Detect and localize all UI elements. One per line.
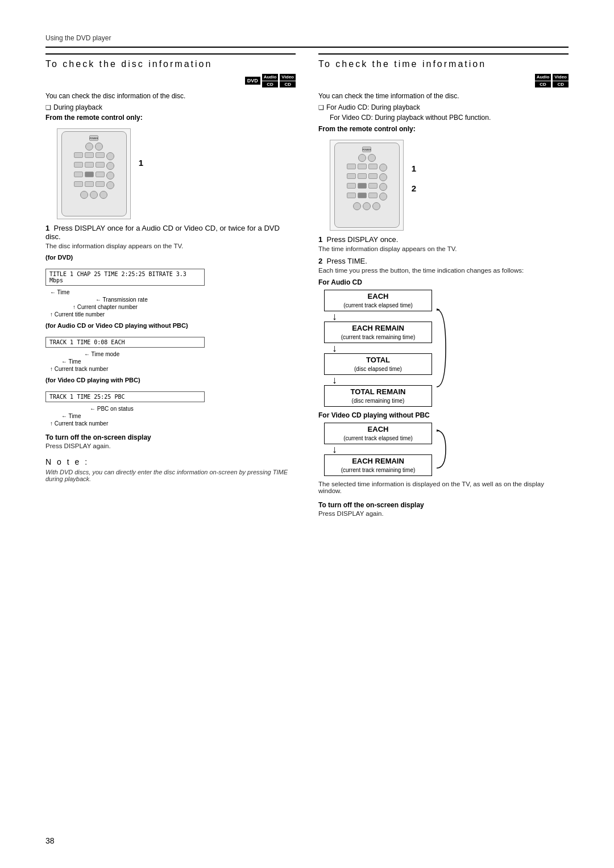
video-cd-for-label: For Video CD playing without PBC xyxy=(318,411,569,419)
flow-video-each-label: EACH xyxy=(368,425,389,433)
remote-btn-17 xyxy=(85,181,94,187)
time-remote-btn-21 xyxy=(363,202,371,210)
time-remote-btn-13 xyxy=(358,183,367,189)
audio-video-label: (for Audio CD or Video CD playing withou… xyxy=(45,322,296,329)
disc-from-remote-label: From the remote control only: xyxy=(45,114,296,122)
time-section-heading: To check the time information xyxy=(318,53,569,69)
dvd-label-group: ← Time ← Transmission rate ↑ Current cha… xyxy=(50,289,296,318)
video-cd-badge-2: CD xyxy=(280,81,296,88)
time-remote-btn-16 xyxy=(347,193,356,198)
time-remote-btn-11 xyxy=(379,173,387,181)
remote-btn-19 xyxy=(106,181,114,189)
flow-each-label: EACH xyxy=(368,292,389,301)
remote-btn-8 xyxy=(74,162,83,168)
time-remote-btn-19 xyxy=(379,193,387,201)
pbc-label-status: ← PBC on status xyxy=(90,406,296,412)
flow-down-1: ↓ xyxy=(332,311,337,322)
time-remote-btn-20 xyxy=(353,202,361,210)
flow-total-remain: TOTAL REMAIN (disc remaining time) xyxy=(324,385,432,407)
flow-total-label: TOTAL xyxy=(366,356,390,364)
curly-arrow-audio xyxy=(435,290,448,407)
flow-each-remain: EACH REMAIN (current track remaining tim… xyxy=(324,322,432,343)
time-remote-btn-12 xyxy=(347,183,356,189)
audio-flow-container: EACH (current track elapsed time) ↓ EACH… xyxy=(324,290,448,407)
remote-btn-5 xyxy=(85,152,94,158)
time-remote-btn-1: POWER xyxy=(362,147,371,152)
dvd-label-chap: ↑ Current chapter number xyxy=(73,304,296,310)
time-turn-off-label: To turn off the on-screen display xyxy=(318,501,569,509)
dvd-label-title: ↑ Current title number xyxy=(50,311,296,318)
curly-arrow-video xyxy=(435,423,448,476)
time-step-arrow-1: 1 xyxy=(412,164,416,173)
time-step1-title: 1 Press DISPLAY once. xyxy=(318,235,569,244)
time-step1-block: 1 Press DISPLAY once. The time informati… xyxy=(318,235,569,252)
time-remote-wrap: POWER xyxy=(318,135,404,235)
disc-step1-title: 1 Press DISPLAY once for a Audio CD or V… xyxy=(45,224,296,241)
time-remote-btn-9 xyxy=(358,173,367,179)
pbc-label-time: ← Time xyxy=(61,413,296,419)
audio-cd-for-label: For Audio CD xyxy=(318,278,569,286)
remote-btn-13 xyxy=(85,172,94,177)
dvd-display-box: TITLE 1 CHAP 25 TIME 2:25:25 BITRATE 3.3… xyxy=(45,269,205,286)
time-remote-btn-8 xyxy=(347,173,356,179)
page-number: 38 xyxy=(45,836,55,845)
flow-total-sub: (disc elapsed time) xyxy=(354,366,402,372)
remote-btn-1: POWER xyxy=(89,135,98,141)
flow-video-each-remain: EACH REMAIN (current track remaining tim… xyxy=(324,454,432,476)
video-flow-block: EACH (current track elapsed time) ↓ EACH… xyxy=(324,423,569,476)
remote-btn-10 xyxy=(96,162,105,168)
time-selected-info: The selected time information is display… xyxy=(318,481,569,494)
time-step2-block: 2 Press TIME. Each time you press the bu… xyxy=(318,257,569,274)
remote-btn-12 xyxy=(74,172,83,177)
audio-label-group: ← Time mode ← Time ↑ Current track numbe… xyxy=(50,351,296,372)
flow-total-remain-label: TOTAL REMAIN xyxy=(351,387,406,396)
disc-badge-row: DVD Audio CD Video CD xyxy=(45,74,296,87)
time-remote-btn-3 xyxy=(368,154,376,162)
remote-btn-22 xyxy=(99,191,107,199)
time-turn-off-desc: Press DISPLAY again. xyxy=(318,510,569,517)
time-remote-btn-14 xyxy=(368,183,377,189)
time-video-cd-badge: Video xyxy=(553,74,569,81)
time-remote-btn-5 xyxy=(358,164,367,169)
flow-video-down-1: ↓ xyxy=(332,444,337,454)
disc-turn-off-desc: Press DISPLAY again. xyxy=(45,443,296,449)
time-remote-btn-2 xyxy=(358,154,366,162)
disc-intro-text: You can check the disc information of th… xyxy=(45,92,296,100)
disc-step1-desc: The disc information display appears on … xyxy=(45,243,296,249)
remote-btn-14 xyxy=(96,172,105,177)
flow-each-remain-sub: (current track remaining time) xyxy=(341,334,416,340)
time-remote-btn-6 xyxy=(368,164,377,169)
disc-section-heading: To check the disc information xyxy=(45,53,296,69)
time-checkbox-icon: ❑ xyxy=(318,104,324,111)
flow-video-each: EACH (current track elapsed time) xyxy=(324,423,432,444)
audio-label-track: ↑ Current track number xyxy=(50,366,296,372)
dvd-label-bitrate: ← Transmission rate xyxy=(96,297,296,303)
video-flow-container: EACH (current track elapsed time) ↓ EACH… xyxy=(324,423,448,476)
audio-flow-items: EACH (current track elapsed time) ↓ EACH… xyxy=(324,290,432,407)
remote-btn-20 xyxy=(80,191,88,199)
time-remote-image: POWER xyxy=(330,140,404,231)
time-step2-title: 2 Press TIME. xyxy=(318,257,569,265)
time-intro-text: You can check the time information of th… xyxy=(318,92,569,100)
time-badge-row: Audio CD Video CD xyxy=(318,74,569,87)
time-info-column: To check the time information Audio CD V… xyxy=(318,48,569,517)
pbc-label-track: ↑ Current track number xyxy=(50,420,296,427)
remote-btn-2 xyxy=(85,143,93,151)
flow-video-each-remain-sub: (current track remaining time) xyxy=(341,467,416,473)
pbc-display-section: TRACK 1 TIME 25:25 PBC ← PBC on status ←… xyxy=(45,388,296,427)
disc-info-column: To check the disc information DVD Audio … xyxy=(45,48,296,517)
pbc-label: (for Video CD playing with PBC) xyxy=(45,377,296,383)
remote-btn-21 xyxy=(90,191,98,199)
dvd-display-section: TITLE 1 CHAP 25 TIME 2:25:25 BITRATE 3.3… xyxy=(45,265,296,318)
time-remote-btn-7 xyxy=(379,164,387,172)
remote-btn-11 xyxy=(106,162,114,170)
remote-btn-9 xyxy=(85,162,94,168)
flow-video-each-sub: (current track elapsed time) xyxy=(343,435,413,441)
time-remote-btn-18 xyxy=(368,193,377,198)
disc-turn-off-label: To turn off the on-screen display xyxy=(45,433,296,441)
remote-btn-4 xyxy=(74,152,83,158)
note-text: With DVD discs, you can directly enter t… xyxy=(45,469,296,482)
time-remote-btn-4 xyxy=(347,164,356,169)
section-label: Using the DVD player xyxy=(45,34,569,42)
audio-display-section: TRACK 1 TIME 0:08 EACH ← Time mode ← Tim… xyxy=(45,333,296,372)
